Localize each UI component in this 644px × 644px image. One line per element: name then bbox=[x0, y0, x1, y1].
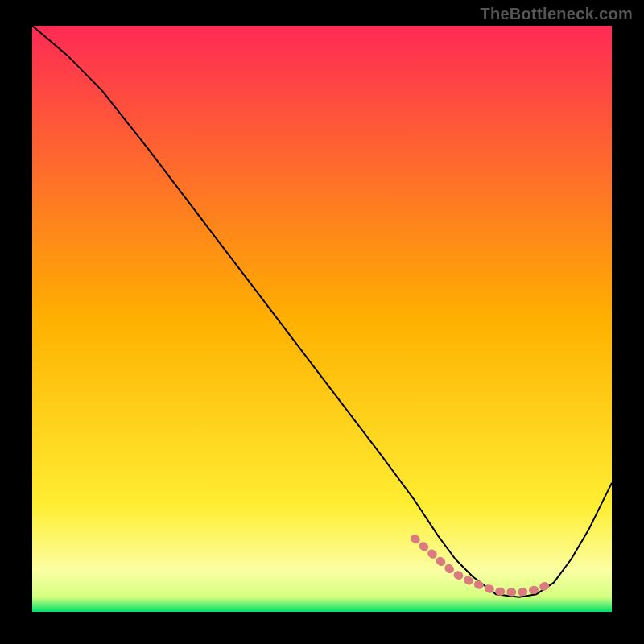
chart-svg bbox=[32, 26, 612, 612]
watermark-text: TheBottleneck.com bbox=[480, 5, 633, 23]
plot-area bbox=[32, 26, 612, 612]
bottleneck-chart: TheBottleneck.com bbox=[0, 0, 644, 644]
gradient-background bbox=[32, 26, 612, 612]
